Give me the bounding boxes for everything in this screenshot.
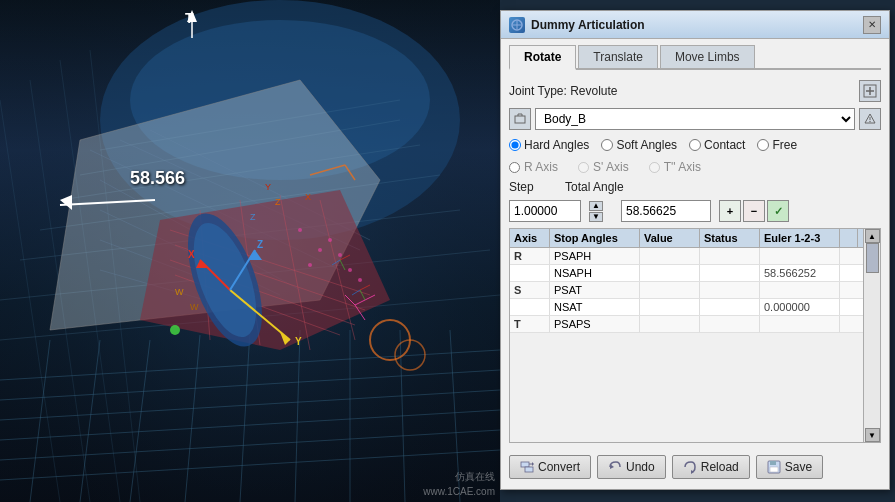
svg-line-14 [295,330,300,502]
svg-line-36 [100,240,260,300]
table-header: Axis Stop Angles Value Status Euler 1-2-… [510,229,880,248]
dialog-content: Rotate Translate Move Limbs Joint Type: … [501,39,889,489]
step-down-button[interactable]: ▼ [589,212,603,222]
td-euler-1: 58.566252 [760,265,840,281]
close-button[interactable]: ✕ [863,16,881,34]
table-row: NSAPH 58.566252 [510,265,880,282]
save-button[interactable]: Save [756,455,823,479]
scrollbar-thumb[interactable] [866,243,879,273]
total-angle-label: Total Angle [565,180,624,194]
svg-point-66 [358,278,362,282]
table-body: R PSAPH NSAPH 58.566252 S PSAT [510,248,880,442]
svg-line-44 [240,200,260,345]
viewport-angle-label: 58.566 [130,168,185,189]
svg-text:Z: Z [250,212,256,222]
axis-t: T'' Axis [649,160,701,174]
svg-point-64 [338,253,342,257]
joint-type-icon-button[interactable] [859,80,881,102]
axis-s-radio[interactable] [578,162,589,173]
axis-r-radio[interactable] [509,162,520,173]
th-scroll [840,229,858,247]
svg-line-16 [400,330,405,502]
convert-button[interactable]: Convert [509,455,591,479]
body-icon [509,108,531,130]
tab-move-limbs[interactable]: Move Limbs [660,45,755,68]
svg-point-62 [308,263,312,267]
scrollbar-down[interactable]: ▼ [865,428,880,442]
td-euler-4 [760,316,840,332]
reload-icon [683,460,697,474]
svg-point-76 [395,340,425,370]
angle-confirm-button[interactable]: ✓ [767,200,789,222]
svg-line-45 [280,195,310,350]
svg-line-10 [80,340,100,502]
undo-button[interactable]: Undo [597,455,666,479]
td-status-0 [700,248,760,264]
td-status-2 [700,282,760,298]
td-value-0 [640,248,700,264]
svg-line-6 [0,410,500,440]
svg-marker-29 [50,80,380,330]
svg-line-68 [355,305,365,320]
radio-soft-angles[interactable]: Soft Angles [601,138,677,152]
th-axis: Axis [510,229,550,247]
radio-free[interactable]: Free [757,138,797,152]
total-angle-input[interactable] [621,200,711,222]
svg-line-86 [360,285,370,290]
bottom-buttons-row: Convert Undo Reload [509,449,881,483]
angle-minus-button[interactable]: − [743,200,765,222]
td-stop-psat: PSAT [550,282,640,298]
svg-marker-30 [50,80,380,330]
td-axis-blank2 [510,299,550,315]
svg-line-85 [332,260,340,265]
td-stop-nsaph: NSAPH [550,265,640,281]
svg-line-8 [0,450,500,480]
svg-text:W: W [175,287,184,297]
reload-button[interactable]: Reload [672,455,750,479]
svg-rect-103 [525,467,533,472]
save-label: Save [785,460,812,474]
table-row: R PSAPH [510,248,880,265]
step-input[interactable] [509,200,581,222]
tab-rotate[interactable]: Rotate [509,45,576,70]
svg-point-61 [318,248,322,252]
convert-icon [520,460,534,474]
svg-rect-110 [770,467,778,472]
td-value-1 [640,265,700,281]
scrollbar-up[interactable]: ▲ [865,229,880,243]
body-select[interactable]: Body_B [535,108,855,130]
svg-point-75 [370,320,410,360]
radio-contact[interactable]: Contact [689,138,745,152]
svg-line-72 [345,165,355,180]
step-label: Step [509,180,549,194]
svg-marker-58 [248,250,262,260]
svg-line-11 [130,340,150,502]
svg-text:Z: Z [275,197,281,207]
svg-line-51 [230,290,290,340]
viewport: Y X Z [0,0,500,502]
svg-line-43 [200,210,210,340]
svg-line-87 [360,290,365,300]
svg-line-32 [120,140,360,250]
svg-line-27 [60,60,120,502]
td-stop-psaph: PSAPH [550,248,640,264]
body-action-button[interactable] [859,108,881,130]
td-value-3 [640,299,700,315]
svg-marker-38 [140,190,390,350]
svg-line-24 [0,295,500,340]
svg-line-49 [60,200,155,205]
tab-translate[interactable]: Translate [578,45,658,68]
axis-s: S' Axis [578,160,629,174]
angle-action-buttons: + − ✓ [719,200,789,222]
svg-line-12 [185,335,200,502]
svg-line-39 [170,230,370,295]
radio-hard-angles[interactable]: Hard Angles [509,138,589,152]
dialog-title: Dummy Articulation [531,18,645,32]
svg-line-83 [340,255,350,260]
step-up-button[interactable]: ▲ [589,201,603,211]
svg-point-65 [348,268,352,272]
angle-plus-button[interactable]: + [719,200,741,222]
svg-rect-102 [521,462,529,467]
svg-text:Y: Y [265,182,271,192]
axis-t-radio[interactable] [649,162,660,173]
